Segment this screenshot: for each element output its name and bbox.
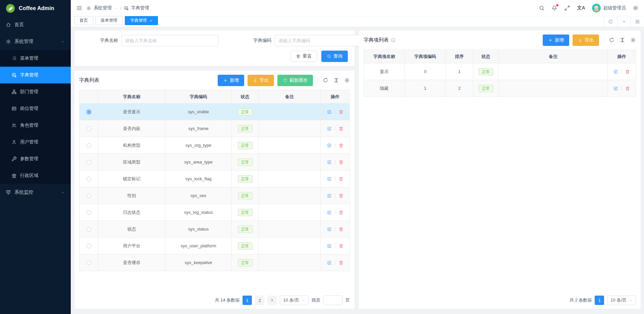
add-dict-button[interactable]: 新增 xyxy=(218,75,244,86)
tab-dict-management[interactable]: 字典管理 xyxy=(125,16,158,25)
edit-icon[interactable] xyxy=(327,143,332,148)
sidebar-item-dict-management[interactable]: 字典管理 xyxy=(0,67,71,83)
table-row[interactable]: 区域类型 sys_area_type 正常 xyxy=(79,154,350,171)
row-radio[interactable] xyxy=(87,160,91,165)
edit-icon[interactable] xyxy=(613,69,619,74)
row-radio[interactable] xyxy=(87,227,91,232)
tab-options-button[interactable] xyxy=(617,16,631,27)
table-refresh-icon[interactable] xyxy=(323,77,328,83)
table-row[interactable]: 显示 0 1 正常 xyxy=(364,63,636,80)
delete-icon[interactable] xyxy=(338,176,344,182)
table-row[interactable]: 状态 sys_status 正常 xyxy=(79,221,350,238)
page-size-select[interactable]: 10 条/页 xyxy=(607,296,636,305)
page-size-select[interactable]: 10 条/页 xyxy=(280,296,309,305)
refresh-cache-button[interactable]: 刷新缓存 xyxy=(277,75,313,86)
export-dict-item-button[interactable]: 导出 xyxy=(573,35,599,46)
edit-icon[interactable] xyxy=(613,86,619,91)
reset-button[interactable]: 重置 xyxy=(290,51,317,62)
delete-icon[interactable] xyxy=(338,143,344,148)
table-row[interactable]: 用户平台 sys_user_platform 正常 xyxy=(79,238,350,254)
row-radio[interactable] xyxy=(87,143,91,148)
edit-icon[interactable] xyxy=(327,126,332,131)
tab-menu-management[interactable]: 菜单管理 xyxy=(95,16,123,25)
table-row[interactable]: 性别 sys_sex 正常 xyxy=(79,187,350,204)
edit-icon[interactable] xyxy=(327,243,332,249)
sidebar-item-label: 角色管理 xyxy=(20,122,38,128)
search-icon[interactable] xyxy=(539,5,545,11)
breadcrumb-system-management[interactable]: 系统管理 xyxy=(94,5,112,11)
edit-icon[interactable] xyxy=(327,260,332,265)
edit-icon[interactable] xyxy=(327,210,332,215)
delete-icon[interactable] xyxy=(625,86,630,91)
query-button[interactable]: 查询 xyxy=(321,51,348,62)
delete-icon[interactable] xyxy=(338,126,344,131)
row-radio[interactable] xyxy=(87,177,91,181)
row-radio[interactable] xyxy=(87,210,91,215)
item-name-cell: 隐藏 xyxy=(364,80,405,97)
delete-icon[interactable] xyxy=(338,227,344,232)
row-radio[interactable] xyxy=(87,126,91,131)
sidebar-item-role-management[interactable]: 角色管理 xyxy=(0,117,71,134)
sidebar-item-dept-management[interactable]: 部门管理 xyxy=(0,83,71,100)
notification-bell[interactable] xyxy=(551,5,557,11)
page-button-2[interactable]: 2 xyxy=(255,296,264,305)
jump-page-input[interactable] xyxy=(323,296,342,305)
delete-icon[interactable] xyxy=(625,69,630,74)
next-page-button[interactable] xyxy=(267,296,277,305)
edit-icon[interactable] xyxy=(327,109,332,115)
row-radio[interactable] xyxy=(87,110,91,114)
sidebar-item-menu-management[interactable]: 菜单管理 xyxy=(0,50,71,67)
status-badge: 正常 xyxy=(238,192,253,199)
sidebar-item-admin-region[interactable]: 行政区域 xyxy=(0,167,71,184)
item-name-cell: 显示 xyxy=(364,63,405,80)
page-button-1[interactable]: 1 xyxy=(595,296,604,305)
close-icon[interactable] xyxy=(149,19,153,22)
delete-icon[interactable] xyxy=(338,160,344,165)
table-row[interactable]: 是否内嵌 sys_frame 正常 xyxy=(79,120,350,137)
table-row[interactable]: 日志状态 sys_log_status 正常 xyxy=(79,204,350,221)
row-radio[interactable] xyxy=(87,244,91,248)
sidebar-item-parameter-management[interactable]: 参数管理 xyxy=(0,150,71,167)
row-radio[interactable] xyxy=(87,193,91,198)
sidebar-item-post-management[interactable]: 岗位管理 xyxy=(0,100,71,117)
page-button-1[interactable]: 1 xyxy=(243,296,252,305)
delete-icon[interactable] xyxy=(338,109,344,115)
sidebar-collapse-icon[interactable] xyxy=(76,5,82,11)
user-menu[interactable]: 超级管理员 xyxy=(592,4,626,12)
edit-icon[interactable] xyxy=(327,227,332,232)
edit-icon[interactable] xyxy=(327,160,332,165)
remark-cell xyxy=(259,204,321,221)
remark-cell xyxy=(259,154,321,171)
settings-gear-icon[interactable] xyxy=(633,5,639,11)
fullscreen-icon[interactable] xyxy=(564,5,570,11)
column-settings-gear-icon[interactable] xyxy=(630,37,636,43)
content-fullscreen-button[interactable] xyxy=(631,16,644,27)
edit-icon[interactable] xyxy=(327,193,332,198)
table-row[interactable]: 是否显示 sys_visible 正常 xyxy=(79,104,350,120)
sidebar-item-user-management[interactable]: 用户管理 xyxy=(0,134,71,150)
sidebar-item-home[interactable]: 首页 xyxy=(0,16,71,33)
column-settings-gear-icon[interactable] xyxy=(344,77,350,83)
tab-home[interactable]: 首页 xyxy=(74,16,93,25)
delete-icon[interactable] xyxy=(338,243,344,249)
edit-icon[interactable] xyxy=(327,176,332,182)
export-dict-button[interactable]: 导出 xyxy=(248,75,274,86)
add-dict-item-button[interactable]: 新增 xyxy=(543,35,569,46)
delete-icon[interactable] xyxy=(338,260,344,265)
row-radio[interactable] xyxy=(87,260,91,265)
sidebar-item-system-monitor[interactable]: 系统监控 xyxy=(0,184,71,201)
row-height-icon[interactable] xyxy=(620,37,625,43)
table-row[interactable]: 机构类型 sys_org_type 正常 xyxy=(79,137,350,154)
dict-code-input[interactable] xyxy=(275,35,372,46)
table-row[interactable]: 隐藏 1 2 正常 xyxy=(364,80,636,97)
dict-name-input[interactable] xyxy=(121,35,218,46)
sidebar-item-system-management[interactable]: 系统管理 xyxy=(0,33,71,50)
table-refresh-icon[interactable] xyxy=(609,37,614,43)
language-icon[interactable]: 文A xyxy=(577,5,585,11)
row-height-icon[interactable] xyxy=(333,77,339,83)
delete-icon[interactable] xyxy=(338,210,344,215)
table-row[interactable]: 是否缓存 sys_keepalive 正常 xyxy=(79,254,350,271)
table-row[interactable]: 锁定标记 sys_lock_flag 正常 xyxy=(79,171,350,187)
delete-icon[interactable] xyxy=(338,193,344,198)
refresh-tab-button[interactable] xyxy=(604,16,617,27)
